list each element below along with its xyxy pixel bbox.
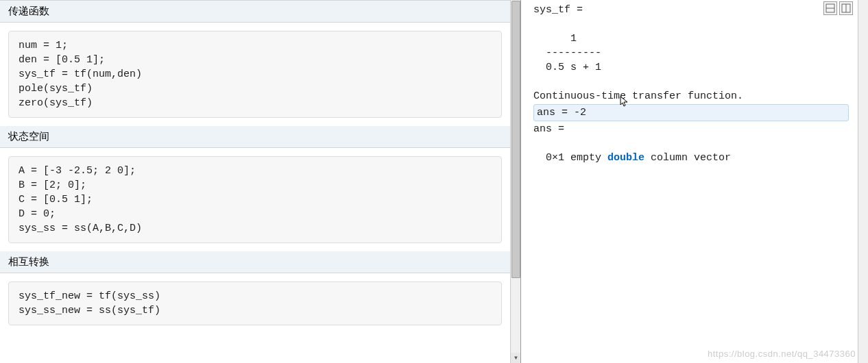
section-header-tf[interactable]: 传递函数 xyxy=(0,0,510,23)
code-block-convert[interactable]: sys_tf_new = tf(sys_ss) sys_ss_new = ss(… xyxy=(8,281,502,325)
editor-content: 传递函数 num = 1; den = [0.5 1]; sys_tf = tf… xyxy=(0,0,520,325)
output-frac-div: --------- xyxy=(533,46,856,60)
section-header-convert[interactable]: 相互转换 xyxy=(0,251,510,273)
section-title: 相互转换 xyxy=(8,255,49,267)
code-block-ss[interactable]: A = [-3 -2.5; 2 0]; B = [2; 0]; C = [0.5… xyxy=(8,156,502,243)
editor-scrollbar[interactable]: ▼ xyxy=(510,0,520,363)
output-blank xyxy=(533,17,856,32)
code-block-tf[interactable]: num = 1; den = [0.5 1]; sys_tf = tf(num,… xyxy=(8,31,502,118)
output-var-name: sys_tf = xyxy=(533,3,856,17)
output-ans-highlight[interactable]: ans = -2 xyxy=(533,104,849,121)
output-vector-desc: 0×1 empty double column vector xyxy=(533,151,856,165)
split-horizontal-icon xyxy=(825,3,835,13)
section-header-ss[interactable]: 状态空间 xyxy=(0,126,510,148)
output-toolbar xyxy=(823,1,853,15)
output-scrollbar[interactable] xyxy=(858,0,868,363)
scrollbar-thumb[interactable] xyxy=(511,1,520,278)
output-frac-den: 0.5 s + 1 xyxy=(533,60,856,75)
view-mode-button-2[interactable] xyxy=(839,1,853,15)
output-blank xyxy=(533,136,856,151)
section-title: 传递函数 xyxy=(8,5,49,16)
output-pane: sys_tf = 1 --------- 0.5 s + 1 Continuou… xyxy=(521,0,868,363)
section-title: 状态空间 xyxy=(8,130,49,142)
keyword-double: double xyxy=(607,152,644,164)
code-text: A = [-3 -2.5; 2 0]; B = [2; 0]; C = [0.5… xyxy=(19,165,142,234)
watermark-text: https://blog.csdn.net/qq_34473360 xyxy=(708,348,856,360)
view-mode-button-1[interactable] xyxy=(823,1,837,15)
vec-prefix: 0×1 empty xyxy=(533,152,607,164)
output-blank xyxy=(533,75,856,89)
code-text: num = 1; den = [0.5 1]; sys_tf = tf(num,… xyxy=(19,40,142,109)
editor-pane: 传递函数 num = 1; den = [0.5 1]; sys_tf = tf… xyxy=(0,0,521,363)
output-ans2: ans = xyxy=(533,122,856,136)
vec-suffix: column vector xyxy=(644,152,731,164)
split-vertical-icon xyxy=(841,3,851,13)
scroll-down-arrow[interactable]: ▼ xyxy=(511,353,521,363)
output-frac-num: 1 xyxy=(533,32,856,46)
output-description: Continuous-time transfer function. xyxy=(533,89,856,103)
code-text: sys_tf_new = tf(sys_ss) sys_ss_new = ss(… xyxy=(19,290,160,316)
